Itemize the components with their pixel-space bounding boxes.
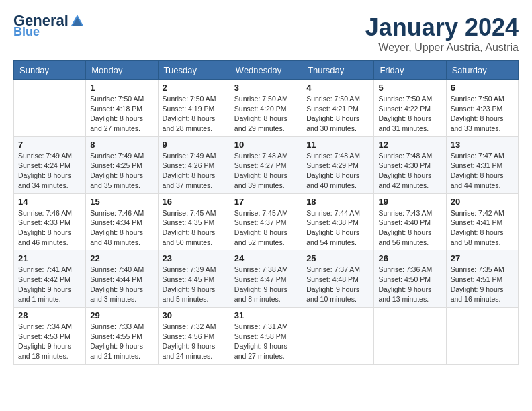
day-number: 16	[163, 197, 226, 207]
calendar-cell: 29Sunrise: 7:33 AM Sunset: 4:55 PM Dayli…	[86, 308, 158, 365]
day-number: 11	[306, 140, 369, 150]
day-info: Sunrise: 7:50 AM Sunset: 4:22 PM Dayligh…	[378, 94, 441, 134]
calendar-cell: 20Sunrise: 7:42 AM Sunset: 4:41 PM Dayli…	[446, 193, 518, 250]
calendar-cell	[302, 308, 374, 365]
day-info: Sunrise: 7:48 AM Sunset: 4:30 PM Dayligh…	[378, 151, 441, 191]
calendar-cell: 14Sunrise: 7:46 AM Sunset: 4:33 PM Dayli…	[14, 193, 86, 250]
day-number: 30	[163, 310, 226, 320]
calendar-cell: 8Sunrise: 7:49 AM Sunset: 4:25 PM Daylig…	[86, 136, 158, 193]
day-number: 24	[234, 253, 298, 263]
day-info: Sunrise: 7:32 AM Sunset: 4:56 PM Dayligh…	[163, 322, 226, 361]
calendar-cell: 3Sunrise: 7:50 AM Sunset: 4:20 PM Daylig…	[230, 80, 302, 137]
calendar-cell: 30Sunrise: 7:32 AM Sunset: 4:56 PM Dayli…	[158, 308, 230, 365]
week-row-3: 14Sunrise: 7:46 AM Sunset: 4:33 PM Dayli…	[14, 193, 519, 250]
calendar-cell: 23Sunrise: 7:39 AM Sunset: 4:45 PM Dayli…	[158, 250, 230, 308]
day-info: Sunrise: 7:50 AM Sunset: 4:19 PM Dayligh…	[163, 94, 226, 134]
day-info: Sunrise: 7:45 AM Sunset: 4:35 PM Dayligh…	[163, 208, 226, 248]
day-number: 28	[18, 310, 81, 320]
weekday-header-friday: Friday	[374, 61, 446, 80]
calendar-cell: 17Sunrise: 7:45 AM Sunset: 4:37 PM Dayli…	[230, 193, 302, 250]
day-info: Sunrise: 7:41 AM Sunset: 4:42 PM Dayligh…	[18, 265, 81, 304]
day-number: 1	[90, 83, 153, 93]
calendar-cell	[14, 80, 86, 137]
day-info: Sunrise: 7:48 AM Sunset: 4:29 PM Dayligh…	[306, 151, 369, 191]
calendar-cell	[374, 308, 446, 365]
weekday-header-monday: Monday	[86, 61, 158, 80]
day-number: 12	[378, 140, 441, 150]
calendar-cell: 13Sunrise: 7:47 AM Sunset: 4:31 PM Dayli…	[446, 136, 518, 193]
calendar-cell: 22Sunrise: 7:40 AM Sunset: 4:44 PM Dayli…	[86, 250, 158, 308]
weekday-header-tuesday: Tuesday	[158, 61, 230, 80]
calendar-cell: 27Sunrise: 7:35 AM Sunset: 4:51 PM Dayli…	[446, 250, 518, 308]
calendar-cell: 31Sunrise: 7:31 AM Sunset: 4:58 PM Dayli…	[230, 308, 302, 365]
day-number: 20	[451, 197, 514, 207]
calendar-cell: 21Sunrise: 7:41 AM Sunset: 4:42 PM Dayli…	[14, 250, 86, 308]
calendar-cell: 15Sunrise: 7:46 AM Sunset: 4:34 PM Dayli…	[86, 193, 158, 250]
day-number: 7	[18, 140, 81, 150]
day-number: 6	[451, 83, 514, 93]
calendar-cell: 18Sunrise: 7:44 AM Sunset: 4:38 PM Dayli…	[302, 193, 374, 250]
day-info: Sunrise: 7:49 AM Sunset: 4:26 PM Dayligh…	[163, 151, 226, 191]
day-number: 31	[234, 310, 298, 320]
weekday-header-sunday: Sunday	[14, 61, 86, 80]
day-info: Sunrise: 7:47 AM Sunset: 4:31 PM Dayligh…	[451, 151, 514, 191]
day-number: 15	[90, 197, 153, 207]
day-info: Sunrise: 7:50 AM Sunset: 4:20 PM Dayligh…	[234, 94, 298, 134]
day-number: 14	[18, 197, 81, 207]
weekday-header-thursday: Thursday	[302, 61, 374, 80]
day-number: 4	[306, 83, 369, 93]
weekday-header-wednesday: Wednesday	[230, 61, 302, 80]
day-number: 13	[451, 140, 514, 150]
day-info: Sunrise: 7:39 AM Sunset: 4:45 PM Dayligh…	[163, 265, 226, 304]
calendar-cell: 5Sunrise: 7:50 AM Sunset: 4:22 PM Daylig…	[374, 80, 446, 137]
day-info: Sunrise: 7:50 AM Sunset: 4:21 PM Dayligh…	[306, 94, 369, 134]
day-number: 29	[90, 310, 153, 320]
calendar-cell: 1Sunrise: 7:50 AM Sunset: 4:18 PM Daylig…	[86, 80, 158, 137]
day-number: 22	[90, 253, 153, 263]
day-number: 19	[378, 197, 441, 207]
day-info: Sunrise: 7:44 AM Sunset: 4:38 PM Dayligh…	[306, 208, 369, 248]
week-row-4: 21Sunrise: 7:41 AM Sunset: 4:42 PM Dayli…	[14, 250, 519, 308]
day-number: 9	[163, 140, 226, 150]
day-info: Sunrise: 7:46 AM Sunset: 4:34 PM Dayligh…	[90, 208, 153, 248]
day-info: Sunrise: 7:49 AM Sunset: 4:25 PM Dayligh…	[90, 151, 153, 191]
day-number: 8	[90, 140, 153, 150]
day-info: Sunrise: 7:48 AM Sunset: 4:27 PM Dayligh…	[234, 151, 298, 191]
day-number: 5	[378, 83, 441, 93]
calendar-cell: 25Sunrise: 7:37 AM Sunset: 4:48 PM Dayli…	[302, 250, 374, 308]
weekday-header-saturday: Saturday	[446, 61, 518, 80]
calendar-cell: 12Sunrise: 7:48 AM Sunset: 4:30 PM Dayli…	[374, 136, 446, 193]
calendar-cell	[446, 308, 518, 365]
logo-icon	[70, 13, 85, 28]
day-number: 23	[163, 253, 226, 263]
calendar-cell: 26Sunrise: 7:36 AM Sunset: 4:50 PM Dayli…	[374, 250, 446, 308]
day-number: 17	[234, 197, 298, 207]
page-header: General Blue January 2024 Weyer, Upper A…	[13, 13, 519, 54]
day-number: 27	[451, 253, 514, 263]
day-info: Sunrise: 7:43 AM Sunset: 4:40 PM Dayligh…	[378, 208, 441, 248]
calendar-cell: 2Sunrise: 7:50 AM Sunset: 4:19 PM Daylig…	[158, 80, 230, 137]
day-info: Sunrise: 7:40 AM Sunset: 4:44 PM Dayligh…	[90, 265, 153, 304]
calendar-cell: 28Sunrise: 7:34 AM Sunset: 4:53 PM Dayli…	[14, 308, 86, 365]
calendar-cell: 16Sunrise: 7:45 AM Sunset: 4:35 PM Dayli…	[158, 193, 230, 250]
calendar-cell: 24Sunrise: 7:38 AM Sunset: 4:47 PM Dayli…	[230, 250, 302, 308]
calendar-table: SundayMondayTuesdayWednesdayThursdayFrid…	[13, 60, 519, 365]
day-info: Sunrise: 7:31 AM Sunset: 4:58 PM Dayligh…	[234, 322, 298, 361]
day-info: Sunrise: 7:50 AM Sunset: 4:23 PM Dayligh…	[451, 94, 514, 134]
day-info: Sunrise: 7:37 AM Sunset: 4:48 PM Dayligh…	[306, 265, 369, 304]
logo: General Blue	[13, 13, 86, 38]
subtitle: Weyer, Upper Austria, Austria	[365, 42, 519, 54]
day-info: Sunrise: 7:35 AM Sunset: 4:51 PM Dayligh…	[451, 265, 514, 304]
calendar-cell: 9Sunrise: 7:49 AM Sunset: 4:26 PM Daylig…	[158, 136, 230, 193]
week-row-5: 28Sunrise: 7:34 AM Sunset: 4:53 PM Dayli…	[14, 308, 519, 365]
calendar-cell: 10Sunrise: 7:48 AM Sunset: 4:27 PM Dayli…	[230, 136, 302, 193]
day-info: Sunrise: 7:49 AM Sunset: 4:24 PM Dayligh…	[18, 151, 81, 191]
calendar-cell: 4Sunrise: 7:50 AM Sunset: 4:21 PM Daylig…	[302, 80, 374, 137]
day-info: Sunrise: 7:36 AM Sunset: 4:50 PM Dayligh…	[378, 265, 441, 304]
day-number: 26	[378, 253, 441, 263]
day-number: 21	[18, 253, 81, 263]
day-number: 18	[306, 197, 369, 207]
calendar-cell: 6Sunrise: 7:50 AM Sunset: 4:23 PM Daylig…	[446, 80, 518, 137]
day-info: Sunrise: 7:46 AM Sunset: 4:33 PM Dayligh…	[18, 208, 81, 248]
title-section: January 2024 Weyer, Upper Austria, Austr…	[365, 13, 519, 54]
